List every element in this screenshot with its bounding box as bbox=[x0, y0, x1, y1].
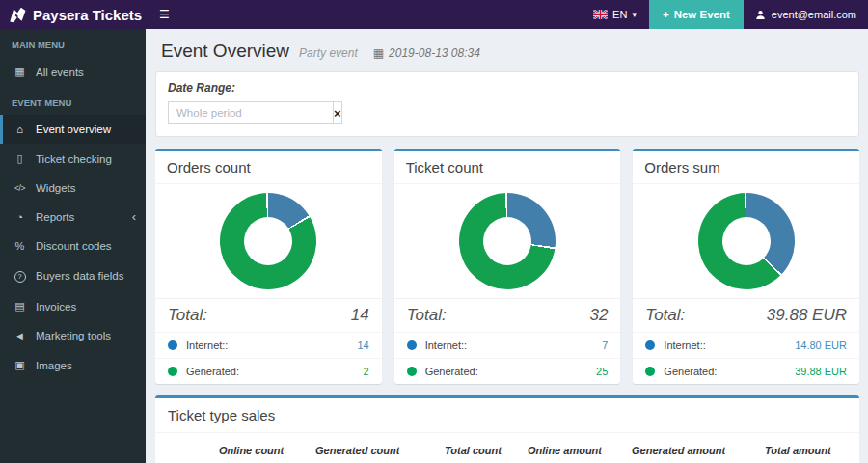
sidebar-item-label: Invoices bbox=[36, 301, 76, 313]
user-email: event@email.com bbox=[772, 9, 856, 20]
clear-date-button[interactable]: × bbox=[333, 101, 342, 124]
language-label: EN bbox=[612, 9, 627, 20]
column-header-total-amount: Total amount bbox=[757, 433, 859, 463]
sidebar-item-buyers-data-fields[interactable]: ? Buyers data fields bbox=[0, 260, 146, 291]
legend-row-internet: Internet:: 14 bbox=[155, 332, 382, 358]
new-event-label: New Event bbox=[674, 9, 730, 20]
total-value: 14 bbox=[351, 306, 369, 325]
legend-row-generated: Generated: 25 bbox=[394, 358, 621, 384]
legend-value: 14.80 EUR bbox=[795, 340, 847, 351]
sidebar-item-label: All events bbox=[36, 67, 84, 78]
percent-icon: % bbox=[13, 240, 27, 252]
total-label: Total: bbox=[645, 306, 685, 325]
megaphone-icon: ◄ bbox=[13, 330, 27, 341]
image-icon: ▣ bbox=[13, 359, 27, 371]
ticket-count-donut-chart bbox=[459, 193, 556, 289]
orders-count-card: Orders count Total: 14 Internet:: 14 Gen… bbox=[155, 149, 382, 384]
sidebar-item-marketing-tools[interactable]: ◄ Marketing tools bbox=[0, 321, 146, 350]
sidebar-item-reports[interactable]: ◔ Reports ‹ bbox=[0, 203, 146, 232]
total-row: Total: 39.88 EUR bbox=[633, 298, 859, 332]
table-header-row: Online count Generated count Total count… bbox=[155, 433, 859, 463]
ticket-type-sales-table: Online count Generated count Total count… bbox=[155, 433, 859, 463]
sidebar-item-label: Ticket checking bbox=[36, 153, 112, 165]
event-datetime: ▦ 2019-08-13 08:34 bbox=[373, 46, 480, 60]
legend-label: Generated: bbox=[425, 366, 478, 377]
date-range-panel: Date Range: × bbox=[155, 71, 859, 137]
legend-row-internet: Internet:: 7 bbox=[394, 332, 621, 358]
legend-value: 14 bbox=[357, 340, 368, 351]
blue-dot-icon bbox=[645, 340, 655, 350]
legend-label: Internet:: bbox=[186, 340, 228, 351]
page-subtitle: Party event bbox=[299, 46, 358, 60]
sidebar-item-event-overview[interactable]: ⌂ Event overview bbox=[0, 115, 146, 144]
legend-label: Internet:: bbox=[425, 340, 467, 351]
total-label: Total: bbox=[168, 306, 207, 325]
user-menu[interactable]: event@email.com bbox=[744, 0, 868, 29]
event-datetime-text: 2019-08-13 08:34 bbox=[389, 46, 480, 60]
sidebar: MAIN MENU ▦ All events EVENT MENU ⌂ Even… bbox=[0, 29, 146, 463]
code-icon: </> bbox=[13, 183, 27, 193]
date-range-input[interactable] bbox=[168, 101, 333, 124]
sidebar-item-label: Marketing tools bbox=[36, 330, 111, 341]
sidebar-section-main-menu: MAIN MENU bbox=[0, 29, 146, 57]
column-header-generated-amount: Generated amount bbox=[624, 433, 757, 463]
page-title: Event Overview bbox=[161, 41, 289, 62]
mobile-icon: ▯ bbox=[13, 152, 27, 165]
hamburger-menu-icon[interactable]: ☰ bbox=[146, 0, 183, 29]
sidebar-item-ticket-checking[interactable]: ▯ Ticket checking bbox=[0, 144, 146, 174]
gauge-icon: ◔ bbox=[13, 211, 27, 223]
orders-sum-donut-chart bbox=[698, 193, 795, 289]
total-label: Total: bbox=[407, 306, 447, 325]
plus-icon: + bbox=[663, 9, 669, 20]
green-dot-icon bbox=[168, 367, 177, 376]
orders-sum-card: Orders sum Total: 39.88 EUR Internet:: 1… bbox=[633, 149, 859, 384]
ticket-count-card: Ticket count Total: 32 Internet:: 7 Gene… bbox=[394, 149, 621, 384]
question-circle-icon: ? bbox=[13, 269, 27, 283]
column-header-online-amount: Online amount bbox=[520, 433, 624, 463]
sidebar-item-label: Reports bbox=[36, 211, 74, 223]
total-row: Total: 14 bbox=[155, 298, 382, 332]
total-row: Total: 32 bbox=[394, 298, 621, 332]
sidebar-item-label: Discount codes bbox=[36, 240, 112, 252]
legend-label: Generated: bbox=[664, 366, 717, 377]
sidebar-item-all-events[interactable]: ▦ All events bbox=[0, 57, 146, 87]
total-value: 32 bbox=[589, 306, 608, 325]
sidebar-item-label: Images bbox=[36, 360, 72, 371]
date-range-input-group: × bbox=[168, 101, 324, 124]
green-dot-icon bbox=[645, 367, 655, 376]
legend-label: Generated: bbox=[186, 366, 239, 377]
calendar-icon: ▦ bbox=[373, 46, 384, 60]
topbar-spacer bbox=[183, 0, 581, 29]
legend-value: 39.88 EUR bbox=[795, 366, 847, 377]
language-dropdown[interactable]: EN ▾ bbox=[581, 0, 649, 29]
table-title: Ticket type sales bbox=[155, 398, 859, 433]
donut-chart-wrap bbox=[155, 184, 382, 298]
donut-chart-wrap bbox=[394, 184, 621, 298]
blue-dot-icon bbox=[168, 340, 177, 350]
ticket-type-sales-panel: Ticket type sales Online count Generated… bbox=[155, 395, 859, 463]
total-value: 39.88 EUR bbox=[767, 306, 847, 325]
card-title: Ticket count bbox=[394, 151, 621, 184]
card-title: Orders sum bbox=[633, 151, 859, 184]
user-icon bbox=[755, 10, 766, 20]
brand-title: Paysera Tickets bbox=[33, 7, 142, 23]
sidebar-item-label: Buyers data fields bbox=[36, 270, 123, 282]
sidebar-item-widgets[interactable]: </> Widgets bbox=[0, 174, 146, 203]
new-event-button[interactable]: + New Event bbox=[649, 0, 744, 29]
legend-row-generated: Generated: 2 bbox=[155, 358, 382, 384]
brand[interactable]: Paysera Tickets bbox=[0, 0, 146, 29]
home-icon: ⌂ bbox=[13, 123, 27, 135]
donut-chart-wrap bbox=[633, 184, 859, 298]
paysera-logo-icon bbox=[8, 7, 27, 23]
chevron-left-icon: ‹ bbox=[132, 212, 136, 222]
caret-down-icon: ▾ bbox=[632, 10, 637, 19]
blue-dot-icon bbox=[407, 340, 417, 350]
sidebar-item-invoices[interactable]: ▤ Invoices bbox=[0, 291, 146, 321]
main-content: Event Overview Party event ▦ 2019-08-13 … bbox=[146, 29, 868, 463]
content-header: Event Overview Party event ▦ 2019-08-13 … bbox=[155, 29, 859, 71]
legend-value: 25 bbox=[596, 366, 608, 377]
card-title: Orders count bbox=[155, 151, 382, 184]
sidebar-item-images[interactable]: ▣ Images bbox=[0, 350, 146, 380]
sidebar-item-discount-codes[interactable]: % Discount codes bbox=[0, 232, 146, 260]
sidebar-section-event-menu: EVENT MENU bbox=[0, 87, 146, 115]
